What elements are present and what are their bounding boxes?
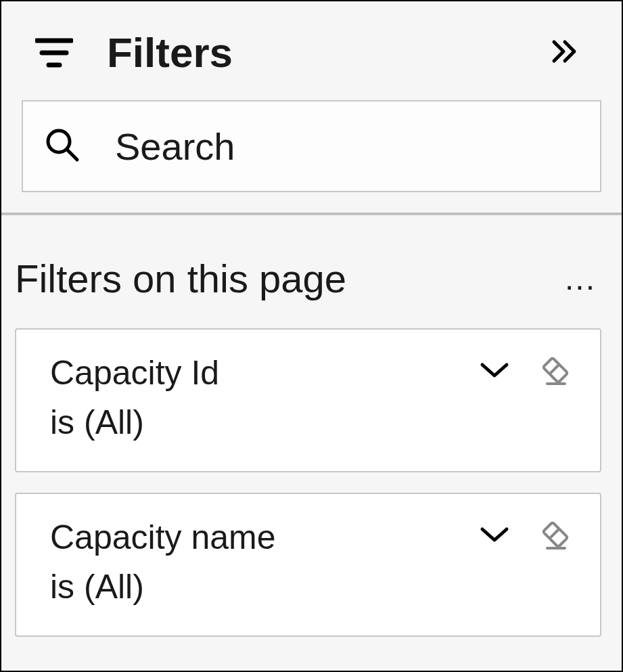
filter-card-actions (478, 517, 573, 552)
svg-line-4 (67, 150, 77, 160)
more-options-button[interactable]: ... (559, 264, 601, 294)
svg-line-6 (550, 365, 559, 374)
filter-icon (35, 37, 73, 69)
filter-name: Capacity Id (50, 349, 478, 398)
chevron-down-icon (478, 359, 511, 381)
clear-filter-button[interactable] (538, 517, 573, 552)
filter-card-text: Capacity Id is (All) (50, 349, 478, 447)
eraser-icon (538, 353, 573, 388)
clear-filter-button[interactable] (538, 353, 573, 388)
chevron-double-right-icon (550, 35, 582, 70)
search-container (1, 83, 622, 212)
section-header: Filters on this page ... (15, 256, 601, 301)
expand-button[interactable] (478, 359, 511, 381)
search-input[interactable] (115, 125, 580, 169)
panel-title: Filters (107, 28, 545, 76)
filter-card[interactable]: Capacity Id is (All) (15, 328, 601, 472)
filters-header: Filters (1, 1, 622, 83)
section-title: Filters on this page (15, 256, 559, 301)
svg-line-9 (550, 529, 559, 539)
filter-card-text: Capacity name is (All) (50, 513, 478, 611)
expand-button[interactable] (478, 524, 511, 545)
eraser-icon (538, 517, 573, 552)
collapse-button[interactable] (545, 30, 588, 76)
filter-status: is (All) (50, 398, 478, 447)
search-box[interactable] (22, 100, 601, 192)
filters-on-page-section: Filters on this page ... Capacity Id is … (1, 215, 622, 657)
filter-status: is (All) (50, 562, 478, 612)
filter-card[interactable]: Capacity name is (All) (15, 493, 601, 637)
filter-name: Capacity name (50, 513, 478, 562)
chevron-down-icon (478, 524, 511, 545)
filters-panel: Filters Filters on this page . (1, 1, 622, 671)
search-icon (43, 126, 81, 166)
filter-card-actions (478, 353, 573, 388)
